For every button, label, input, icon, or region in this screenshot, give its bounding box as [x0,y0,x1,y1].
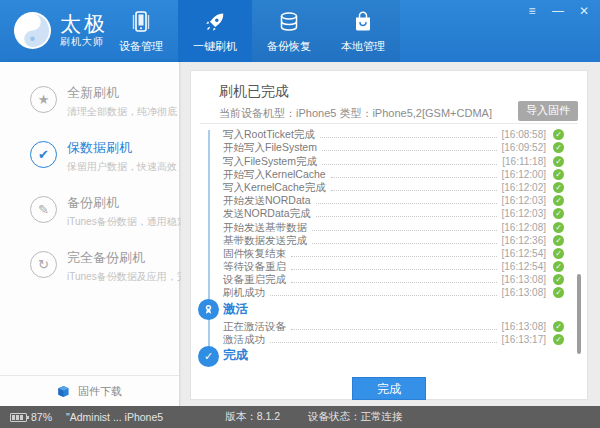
dotted-leader [291,329,497,330]
log-text: 发送NORData完成 [223,207,311,220]
log-row: 激活成功[16:13:17]✓ [191,333,587,346]
sidebar-item-3[interactable]: ✎备份刷机iTunes备份数据，通用稳定 [0,194,179,232]
nav-tab-label: 一键刷机 [193,39,237,54]
log-row: 开始写入FileSystem[16:09:52]✓ [191,141,587,154]
log-row: 开始发送NORData[16:12:03]✓ [191,194,587,207]
success-check-icon: ✓ [553,208,564,219]
window-controls: ≡—✕ [524,4,592,18]
milestone-label: 完成 [223,347,248,364]
log-text: 等待设备重启 [223,260,286,273]
dotted-leader [322,164,497,165]
firmware-cube-icon [57,385,70,398]
dotted-leader [312,230,497,231]
log-timestamp: [16:12:54] [502,247,546,260]
milestone-完成: ✓完成 [191,346,587,366]
flash-result-panel: 刷机已完成 当前设备机型：iPhone5 类型：iPhone5,2[GSM+CD… [190,70,588,400]
close-icon[interactable]: ✕ [576,4,592,18]
firmware-download-button[interactable]: 固件下载 [0,375,179,406]
app-window: 太极 刷机大师 设备管理一键刷机备份恢复本地管理 ≡—✕ ★全新刷机清理全部数据… [0,0,600,428]
milestone-label: 激活 [223,301,248,318]
nav-tab-2[interactable]: 一键刷机 [178,0,252,62]
success-check-icon: ✓ [553,142,564,153]
success-check-icon: ✓ [553,334,564,345]
success-check-icon: ✓ [553,156,564,167]
log-row: 写入KernelCache完成[16:12:02]✓ [191,181,587,194]
status-bar: 87% "Administ ... iPhone5 版本：8.1.2 设备状态：… [0,406,600,428]
log-timestamp: [16:12:36] [502,234,546,247]
one-key-flash-icon [203,9,227,35]
dotted-leader [291,256,497,257]
log-text: 写入RootTicket完成 [223,128,315,141]
log-text: 固件恢复结束 [223,247,286,260]
nav-tab-label: 本地管理 [341,39,385,54]
main-nav: 设备管理一键刷机备份恢复本地管理 [104,0,400,62]
log-timestamp: [16:12:54] [502,260,546,273]
log-timestamp: [16:09:52] [502,141,546,154]
scrollbar-thumb[interactable] [577,274,581,354]
success-check-icon: ✓ [553,195,564,206]
log-timestamp: [16:08:58] [502,128,546,141]
page-title: 刷机已完成 [219,83,289,101]
logo-title: 太极 [60,13,108,35]
minimize-icon[interactable]: — [550,4,566,18]
log-timestamp: [16:12:03] [502,207,546,220]
log-timestamp: [16:13:08] [502,273,546,286]
dotted-leader [270,342,497,343]
nav-tab-4[interactable]: 本地管理 [326,0,400,62]
log-text: 开始发送NORData [223,194,311,207]
log-timestamp: [16:13:08] [502,286,546,299]
battery-percent: 87% [31,411,52,423]
nav-tab-1[interactable]: 设备管理 [104,0,178,62]
sidebar-item-1[interactable]: ★全新刷机清理全部数据，纯净彻底 [0,84,179,122]
sidebar-item-subtitle: 保留用户数据，快速高效 [67,160,177,174]
dotted-leader [312,243,497,244]
menu-icon[interactable]: ≡ [524,4,540,18]
success-check-icon: ✓ [553,321,564,332]
success-check-icon: ✓ [553,235,564,246]
finish-button[interactable]: 完成 [352,377,426,400]
device-manage-icon [130,9,152,35]
log-row: 发送NORData完成[16:12:03]✓ [191,207,587,220]
success-check-icon: ✓ [553,182,564,193]
log-row: 刷机成功[16:13:08]✓ [191,286,587,299]
refresh-icon: ↻ [30,251,57,278]
log-text: 开始写入FileSystem [223,141,317,154]
success-check-icon: ✓ [553,222,564,233]
sidebar-item-title: 保数据刷机 [67,139,177,157]
sidebar-item-2[interactable]: ✔保数据刷机保留用户数据，快速高效 [0,139,179,177]
log-text: 基带数据发送完成 [223,234,307,247]
log-row: 写入RootTicket完成[16:08:58]✓ [191,128,587,141]
log-timestamp: [16:13:08] [502,320,546,333]
log-row: 设备重启完成[16:13:08]✓ [191,273,587,286]
firmware-download-label: 固件下载 [78,384,122,399]
log-text: 写入FileSystem完成 [223,155,317,168]
sidebar-item-title: 备份刷机 [67,194,187,212]
app-logo: 太极 刷机大师 [13,11,108,50]
sidebar-item-subtitle: iTunes备份数据，通用稳定 [67,215,187,229]
pencil-icon: ✎ [30,196,57,223]
success-check-icon: ✓ [553,248,564,259]
dotted-leader [316,216,497,217]
logo-subtitle: 刷机大师 [60,35,108,49]
import-firmware-button[interactable]: 导入固件 [518,101,578,121]
dotted-leader [270,295,497,296]
log-row: 等待设备重启[16:12:54]✓ [191,260,587,273]
nav-tab-label: 备份恢复 [267,39,311,54]
dotted-leader [316,203,497,204]
device-status-label: 设备状态：正常连接 [308,410,403,424]
battery-icon [10,413,27,422]
dotted-leader [291,282,497,283]
nav-tab-3[interactable]: 备份恢复 [252,0,326,62]
check-icon: ✔ [30,141,57,168]
sidebar-item-4[interactable]: ↻完全备份刷机iTunes备份数据及应用，完整全面 [0,249,179,287]
log-text: 设备重启完成 [223,273,286,286]
log-text: 开始写入KernelCache [223,168,326,181]
sidebar-item-subtitle: 清理全部数据，纯净彻底 [67,105,177,119]
log-timestamp: [16:12:08] [502,221,546,234]
log-row: 开始写入KernelCache[16:12:00]✓ [191,168,587,181]
dotted-leader [331,177,497,178]
medal-icon [198,299,219,320]
log-timestamp: [16:12:00] [502,168,546,181]
dotted-leader [320,137,497,138]
log-row: 基带数据发送完成[16:12:36]✓ [191,234,587,247]
